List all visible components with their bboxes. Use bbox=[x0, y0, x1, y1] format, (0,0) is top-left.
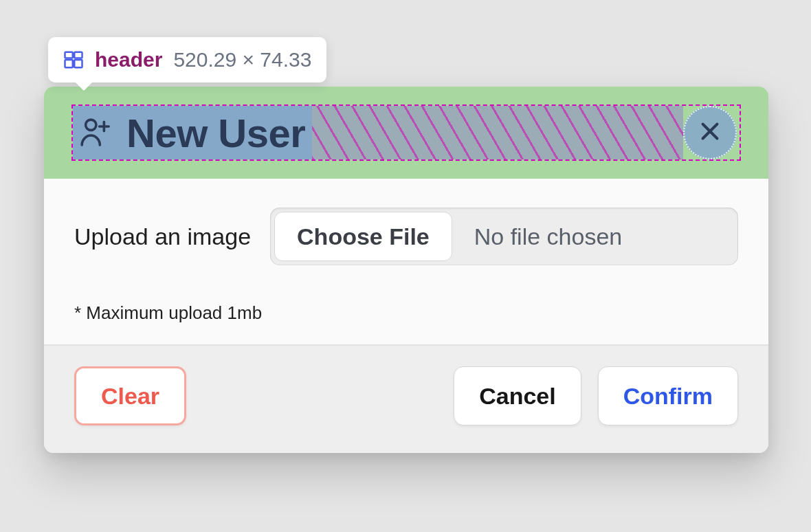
choose-file-button[interactable]: Choose File bbox=[274, 212, 452, 261]
file-status: No file chosen bbox=[456, 208, 738, 265]
svg-rect-0 bbox=[65, 52, 73, 58]
svg-rect-1 bbox=[74, 52, 82, 58]
dialog-header-highlight: New User bbox=[44, 87, 768, 179]
tooltip-element-name: header bbox=[95, 48, 162, 71]
close-icon bbox=[698, 119, 722, 146]
dialog-body: Upload an image Choose File No file chos… bbox=[44, 179, 768, 344]
clear-button[interactable]: Clear bbox=[74, 366, 186, 425]
upload-label: Upload an image bbox=[74, 223, 251, 250]
upload-row: Upload an image Choose File No file chos… bbox=[74, 208, 738, 265]
dialog-header: New User bbox=[71, 104, 741, 161]
new-user-dialog: New User Upload an image Choose File No … bbox=[44, 87, 768, 453]
file-input[interactable]: Choose File No file chosen bbox=[270, 208, 738, 265]
svg-point-4 bbox=[86, 120, 96, 130]
devtools-tooltip: header 520.29 × 74.33 bbox=[48, 37, 326, 82]
confirm-button[interactable]: Confirm bbox=[598, 366, 738, 425]
dialog-title: New User bbox=[126, 110, 305, 156]
svg-rect-3 bbox=[74, 60, 82, 67]
svg-rect-2 bbox=[65, 60, 73, 67]
tooltip-dimensions: 520.29 × 74.33 bbox=[173, 48, 311, 71]
user-plus-icon bbox=[77, 114, 114, 151]
upload-hint: * Maximum upload 1mb bbox=[74, 302, 738, 324]
close-button[interactable] bbox=[683, 106, 737, 159]
dialog-footer: Clear Cancel Confirm bbox=[44, 344, 768, 453]
header-flex-gap-highlight bbox=[312, 106, 683, 159]
cancel-button[interactable]: Cancel bbox=[454, 366, 581, 425]
header-content: New User bbox=[73, 106, 312, 159]
layout-icon bbox=[63, 49, 84, 70]
